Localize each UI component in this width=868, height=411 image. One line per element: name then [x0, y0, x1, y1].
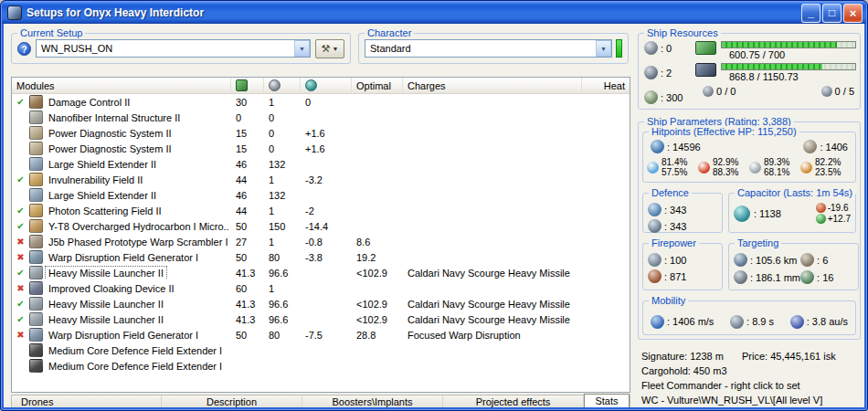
app-icon [7, 5, 22, 20]
module-row[interactable]: ✔ Damage Control II 30 1 0 [12, 94, 630, 110]
fleet-commander-slot[interactable]: Fleet Commander - right click to set [641, 378, 861, 393]
module-row[interactable]: ✖ Warp Disruption Field Generator I 50 8… [12, 249, 630, 265]
cpu-bar-fill [722, 42, 837, 47]
column-cpu [231, 78, 264, 93]
module-name: Nanofiber Internal Structure II [46, 111, 183, 124]
tab-drones[interactable]: Drones [12, 395, 162, 407]
align-time-value: : 8.9 s [746, 316, 774, 327]
shield-extender-icon [29, 157, 43, 171]
module-pg: 96.6 [264, 314, 301, 325]
capacitor-amount-value: : 1138 [754, 208, 781, 219]
character-skill-indicator [616, 39, 622, 58]
current-setup-label: Current Setup [17, 27, 85, 38]
module-charges: Caldari Navy Scourge Heavy Missile [403, 268, 582, 279]
module-cpu: 30 [231, 97, 264, 108]
column-optimal: Optimal [352, 78, 403, 93]
module-row[interactable]: Large Shield Extender II 46 132 [12, 187, 630, 203]
character-dropdown[interactable]: Standard ▼ [365, 39, 612, 58]
close-button[interactable]: × [843, 4, 863, 23]
module-row[interactable]: Medium Core Defence Field Extender I [12, 342, 630, 358]
armor-resist-value: 68.1% [764, 167, 789, 177]
warp-speed-value: : 3.8 au/s [807, 316, 848, 327]
tab-boosters-implants[interactable]: Boosters\Implants [302, 395, 443, 407]
cpu-icon [695, 41, 716, 55]
module-name: Damage Control II [46, 96, 132, 109]
damage-control-icon [29, 95, 43, 109]
firepower-group: Firepower : 100 : 871 [642, 243, 723, 290]
module-cpu: 41.3 [231, 299, 264, 310]
calibration-value: : 300 [661, 92, 683, 103]
column-charges: Charges [403, 78, 582, 93]
powergrid-bar-fill [722, 64, 822, 69]
module-cpu: 15 [231, 143, 264, 154]
character-dropdown-arrow-icon[interactable]: ▼ [596, 40, 611, 57]
tab-projected-effects[interactable]: Projected effects [443, 395, 584, 407]
module-name: Heavy Missile Launcher II [46, 298, 166, 311]
module-row[interactable]: ✖ Improved Cloaking Device II 60 1 [12, 280, 630, 296]
powergrid-column-icon [269, 79, 281, 91]
eft-window: Setups for Onyx Heavy Interdictor _ □ × … [0, 0, 868, 411]
minimize-button[interactable]: _ [801, 4, 820, 23]
setup-tools-button[interactable]: ⚒ ▼ [315, 39, 344, 58]
tab-description[interactable]: Description [162, 395, 302, 407]
launcher-hardpoints-icon [644, 66, 658, 79]
tab-stats[interactable]: Stats [584, 394, 630, 407]
module-row[interactable]: ✔ Y-T8 Overcharged Hydrocarbon I Micro..… [12, 218, 630, 234]
module-pg: 132 [264, 159, 301, 170]
wing-commander-slot[interactable]: WC - Vulture\WN_RUSH_VL\[All level V] [641, 393, 861, 407]
module-cap: -2 [301, 206, 352, 216]
armor-hp-icon [803, 140, 817, 153]
module-status-icon: ✔ [15, 314, 26, 324]
resists-row: 81.4% 57.5% 92.9% 88.3% 89.3% 68.1% 82.2… [647, 157, 852, 177]
shield-hp-value: : 14596 [667, 142, 701, 153]
modules-table-header: Modules Optimal Charges Heat [12, 78, 630, 94]
module-row[interactable]: ✔ Photon Scattering Field II 44 1 -2 [12, 203, 630, 218]
setup-dropdown[interactable]: WN_RUSH_ON ▼ [36, 39, 311, 58]
ship-resources-title: Ship Resources [644, 27, 721, 38]
resist-cell: 92.9% 88.3% [698, 157, 749, 177]
module-row[interactable]: Nanofiber Internal Structure II 0 0 [12, 110, 630, 125]
module-cpu: 50 [231, 252, 264, 263]
client-area: Current Setup ? WN_RUSH_ON ▼ ⚒ ▼ Charact… [4, 24, 864, 407]
module-row[interactable]: Power Diagnostic System II 15 0 +1.6 [12, 141, 630, 156]
module-status-icon: ✖ [15, 237, 26, 247]
ship-parameters-group: Ship Parameters (Rating: 3,388) Hitpoint… [638, 121, 861, 340]
module-status-icon: ✔ [15, 299, 26, 309]
module-name: Improved Cloaking Device II [46, 282, 177, 295]
armor-resist-value: 88.3% [713, 167, 738, 177]
capacitor-drain-icon [816, 203, 826, 213]
maximize-button[interactable]: □ [822, 4, 842, 23]
module-row[interactable]: Medium Core Defence Field Extender I [12, 358, 630, 374]
right-panel: Ship Resources : 0 : 2 : 300 600.75 / 70… [636, 27, 863, 406]
setup-dropdown-arrow-icon[interactable]: ▼ [294, 40, 310, 57]
rig-icon [29, 343, 43, 357]
module-row[interactable]: ✔ Heavy Missile Launcher II 41.3 96.6 <1… [12, 311, 630, 327]
launcher-hardpoints-value: : 2 [661, 68, 672, 79]
mobility-title: Mobility [649, 295, 688, 306]
help-icon[interactable]: ? [17, 42, 31, 56]
module-row[interactable]: ✖ Warp Disruption Field Generator I 50 8… [12, 327, 630, 342]
module-row[interactable]: Power Diagnostic System II 15 0 +1.6 [12, 125, 630, 141]
ship-resources-group: Ship Resources : 0 : 2 : 300 600.75 / 70… [638, 33, 861, 110]
column-modules: Modules [12, 78, 231, 93]
cloaking-device-icon [29, 281, 43, 295]
shield-resist-value: 82.2% [815, 157, 841, 167]
volley-icon [648, 253, 662, 267]
module-row[interactable]: ✖ J5b Phased Prototype Warp Scrambler I … [12, 234, 630, 249]
dps-value: : 871 [664, 271, 686, 282]
character-label: Character [365, 27, 414, 38]
module-cpu: 0 [231, 112, 264, 123]
module-optimal: 28.8 [352, 330, 403, 341]
module-row[interactable]: ✔ Heavy Missile Launcher II 41.3 96.6 <1… [12, 265, 630, 280]
kinetic-resist-icon [749, 162, 761, 174]
scan-resolution-icon [734, 270, 747, 284]
module-row[interactable]: Large Shield Extender II 46 132 [12, 156, 630, 172]
max-velocity-value: : 1406 m/s [667, 316, 714, 327]
module-status-icon: ✔ [15, 221, 26, 231]
module-row[interactable]: ✔ Invulnerability Field II 44 1 -3.2 [12, 172, 630, 187]
dps-icon [648, 269, 662, 283]
warp-disruption-field-icon [29, 328, 43, 342]
capacitor-title: Capacitor (Lasts: 1m 54s) [735, 187, 855, 198]
module-row[interactable]: ✔ Heavy Missile Launcher II 41.3 96.6 <1… [12, 296, 630, 311]
module-optimal: <102.9 [352, 314, 403, 325]
